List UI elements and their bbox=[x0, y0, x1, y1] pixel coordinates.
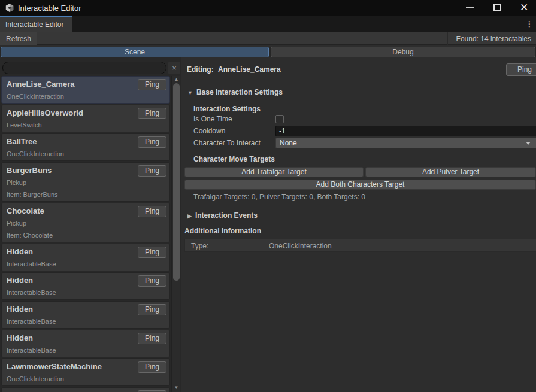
ping-button[interactable]: Ping bbox=[138, 361, 166, 373]
ping-button[interactable]: Ping bbox=[138, 304, 166, 315]
ping-button[interactable]: Ping bbox=[138, 275, 166, 287]
list-item[interactable]: LawnmowerStateMachine OneClickInteractio… bbox=[1, 358, 170, 386]
item-subtitle: Pickup bbox=[7, 217, 165, 229]
scroll-up-icon[interactable]: ▲ bbox=[172, 77, 181, 82]
list-item[interactable]: Hidden InteractableBase Ping bbox=[1, 301, 170, 329]
character-to-interact-label: Character To Interact bbox=[193, 139, 261, 147]
scrollbar-thumb[interactable] bbox=[173, 83, 180, 281]
add-pulver-target-button[interactable]: Add Pulver Target bbox=[365, 167, 536, 177]
list-scrollbar[interactable]: ▲ ▼ bbox=[171, 76, 180, 392]
list-item[interactable]: BallTree OneClickInteraction Ping bbox=[1, 133, 170, 161]
list-item[interactable]: Hidden InteractableBase Ping bbox=[1, 272, 170, 300]
type-label: Type: bbox=[191, 242, 208, 250]
list-item[interactable]: Chocolate PickupItem: Chocolate Ping bbox=[1, 203, 170, 242]
character-move-targets-header: Character Move Targets bbox=[193, 155, 275, 163]
tab-strip: Interactable Editor ⋮ bbox=[0, 16, 536, 32]
list-item[interactable]: LureSpotA_Slot Ping bbox=[1, 387, 170, 392]
add-both-characters-target-button[interactable]: Add Both Characters Target bbox=[184, 180, 536, 190]
editing-label: Editing: bbox=[187, 65, 214, 74]
character-to-interact-dropdown[interactable]: None bbox=[275, 138, 536, 148]
cooldown-field[interactable]: -1 bbox=[275, 126, 536, 136]
dropdown-value: None bbox=[280, 139, 297, 147]
type-value: OneClickInteraction bbox=[269, 242, 332, 250]
maximize-icon[interactable] bbox=[493, 4, 501, 11]
search-input[interactable] bbox=[2, 62, 166, 74]
window-title: Interactable Editor bbox=[18, 4, 81, 13]
ping-button[interactable]: Ping bbox=[138, 108, 166, 119]
scroll-down-icon[interactable]: ▼ bbox=[172, 385, 181, 390]
close-icon[interactable]: ✕ bbox=[520, 2, 528, 14]
foldout-closed-icon: ▶ bbox=[187, 213, 192, 219]
unity-logo-icon bbox=[5, 3, 14, 13]
chevron-down-icon bbox=[526, 142, 531, 145]
ping-button[interactable]: Ping bbox=[506, 63, 536, 76]
is-one-time-label: Is One Time bbox=[193, 115, 232, 123]
ping-button[interactable]: Ping bbox=[138, 136, 166, 148]
list-item[interactable]: Hidden InteractableBase Ping bbox=[1, 244, 170, 271]
interaction-settings-header: Interaction Settings bbox=[193, 105, 261, 113]
tab-scene[interactable]: Scene bbox=[1, 47, 269, 57]
window-toolbar: Refresh Found: 14 interactables bbox=[0, 32, 536, 45]
ping-button[interactable]: Ping bbox=[138, 247, 166, 258]
ping-button[interactable]: Ping bbox=[138, 79, 166, 90]
item-subtitle: Item: BurgerBuns bbox=[7, 188, 165, 200]
toolbar-divider bbox=[447, 32, 448, 45]
list-item[interactable]: AnneLise_Camera OneClickInteraction Ping bbox=[1, 76, 170, 104]
is-one-time-checkbox[interactable] bbox=[275, 115, 284, 123]
interactable-list: AnneLise_Camera OneClickInteraction Ping… bbox=[1, 76, 170, 392]
interactable-editor-window: Interactable Editor ✕ Interactable Edito… bbox=[0, 0, 536, 392]
foldout-label: Base Interaction Settings bbox=[196, 88, 283, 96]
item-subtitle: OneClickInteraction bbox=[7, 90, 165, 102]
tab-interactable-editor[interactable]: Interactable Editor bbox=[0, 16, 72, 32]
ping-button[interactable]: Ping bbox=[138, 165, 166, 177]
item-subtitle: OneClickInteraction bbox=[7, 372, 165, 384]
targets-summary-label: Trafalgar Targets: 0, Pulver Targets: 0,… bbox=[193, 193, 365, 201]
editing-target-name: AnneLise_Camera bbox=[218, 65, 281, 74]
item-subtitle: Item: Chocolate bbox=[7, 229, 165, 241]
foldout-interaction-events[interactable]: ▶Interaction Events bbox=[187, 211, 258, 220]
list-item[interactable]: Hidden InteractableBase Ping bbox=[1, 330, 170, 357]
ping-button[interactable]: Ping bbox=[138, 333, 166, 344]
kebab-menu-icon[interactable]: ⋮ bbox=[525, 19, 534, 29]
minimize-icon[interactable] bbox=[466, 7, 474, 8]
title-bar: Interactable Editor ✕ bbox=[0, 0, 536, 16]
item-subtitle: InteractableBase bbox=[7, 286, 165, 298]
add-trafalgar-target-button[interactable]: Add Trafalgar Target bbox=[184, 167, 364, 177]
foldout-open-icon: ▼ bbox=[187, 90, 193, 96]
type-info-box: Type: OneClickInteraction bbox=[184, 239, 536, 252]
list-item[interactable]: AppleHillsOverworld LevelSwitch Ping bbox=[1, 105, 170, 132]
clear-search-icon[interactable]: × bbox=[168, 62, 180, 74]
tab-label: Interactable Editor bbox=[0, 17, 72, 29]
view-tabs: Scene Debug bbox=[0, 47, 536, 57]
item-subtitle: InteractableBase bbox=[7, 344, 165, 355]
item-subtitle: InteractableBase bbox=[7, 315, 165, 327]
tab-debug[interactable]: Debug bbox=[271, 47, 535, 57]
ping-button[interactable]: Ping bbox=[138, 206, 166, 217]
list-item[interactable]: BurgerBuns PickupItem: BurgerBuns Ping bbox=[1, 162, 170, 202]
cooldown-label: Cooldown bbox=[193, 127, 225, 135]
foldout-label: Interaction Events bbox=[195, 211, 258, 220]
found-count-label: Found: 14 interactables bbox=[456, 32, 531, 45]
item-subtitle: OneClickInteraction bbox=[7, 147, 165, 159]
item-subtitle: Pickup bbox=[7, 176, 165, 188]
item-subtitle: InteractableBase bbox=[7, 257, 165, 269]
foldout-base-interaction-settings[interactable]: ▼Base Interaction Settings bbox=[187, 88, 283, 96]
additional-information-header: Additional Information bbox=[184, 227, 261, 235]
inspector-panel: Editing: AnneLise_Camera Ping ▼Base Inte… bbox=[181, 57, 536, 392]
interactable-list-panel: × AnneLise_Camera OneClickInteraction Pi… bbox=[0, 57, 181, 392]
item-subtitle: LevelSwitch bbox=[7, 118, 165, 130]
refresh-button[interactable]: Refresh bbox=[0, 32, 37, 45]
